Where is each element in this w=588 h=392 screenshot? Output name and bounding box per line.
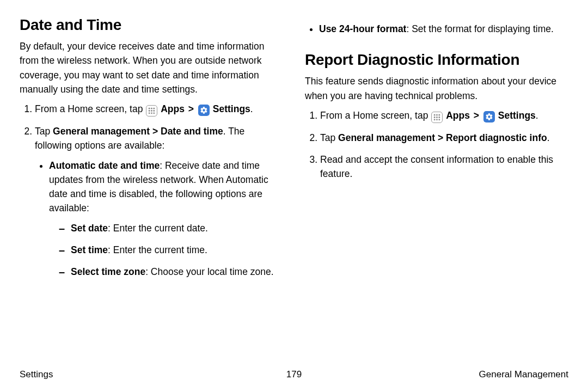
svg-point-10: [436, 114, 438, 116]
settings-icon: [483, 111, 495, 122]
settings-label: Settings: [213, 103, 250, 114]
heading-date-time: Date and Time: [20, 16, 283, 34]
svg-point-7: [151, 112, 152, 114]
settings-icon: [198, 105, 210, 116]
svg-point-1: [151, 108, 152, 109]
page-number: 179: [286, 369, 302, 380]
svg-point-0: [149, 108, 150, 109]
option-set-date: Set date: Enter the current date.: [59, 221, 283, 235]
chevron-icon: >: [474, 110, 479, 121]
steps-report-diagnostic: From a Home screen, tap Apps > Settings.…: [305, 108, 568, 181]
option-auto: Automatic date and time: Receive date an…: [49, 158, 283, 279]
svg-point-15: [434, 119, 436, 120]
footer-left: Settings: [20, 369, 53, 380]
svg-point-6: [149, 112, 150, 114]
intro-report-diagnostic: This feature sends diagnostic informatio…: [305, 74, 568, 103]
apps-label: Apps: [161, 103, 185, 114]
options-list: Automatic date and time: Receive date an…: [35, 158, 283, 279]
step-3: Read and accept the consent information …: [320, 152, 568, 181]
svg-point-9: [434, 114, 436, 116]
option-select-tz: Select time zone: Choose your local time…: [59, 265, 283, 279]
page-footer: Settings 179 General Management: [20, 369, 568, 380]
option-24hour: Use 24-hour format: Set the format for d…: [319, 22, 568, 36]
left-column: Date and Time By default, your device re…: [20, 16, 283, 286]
svg-point-4: [151, 110, 152, 112]
apps-label: Apps: [446, 110, 470, 121]
apps-icon: [431, 112, 443, 123]
svg-point-8: [154, 112, 155, 114]
svg-point-2: [154, 108, 155, 109]
option-set-time: Set time: Enter the current time.: [59, 243, 283, 257]
intro-date-time: By default, your device receives date an…: [20, 39, 283, 96]
suboptions-list: Set date: Enter the current date. Set ti…: [49, 221, 283, 279]
svg-point-14: [439, 117, 440, 118]
step-1: From a Home screen, tap Apps > Settings.: [320, 108, 568, 123]
heading-report-diagnostic: Report Diagnostic Information: [305, 51, 568, 69]
svg-point-5: [154, 110, 155, 112]
svg-point-16: [436, 119, 438, 120]
steps-date-time: From a Home screen, tap Apps > Settings.…: [20, 102, 283, 279]
chevron-icon: >: [188, 103, 194, 114]
svg-point-12: [434, 117, 436, 118]
footer-right: General Management: [479, 369, 568, 380]
settings-label: Settings: [498, 110, 536, 121]
apps-icon: [146, 105, 157, 117]
step-2: Tap General management > Date and time. …: [35, 124, 283, 279]
continued-options: Use 24-hour format: Set the format for d…: [305, 22, 568, 36]
right-column: Use 24-hour format: Set the format for d…: [305, 16, 568, 286]
svg-point-17: [439, 119, 440, 120]
step-1: From a Home screen, tap Apps > Settings.: [35, 102, 283, 117]
svg-point-13: [436, 117, 438, 118]
svg-point-3: [149, 110, 150, 112]
svg-point-11: [439, 114, 440, 116]
step-2: Tap General management > Report diagnost…: [320, 131, 568, 145]
